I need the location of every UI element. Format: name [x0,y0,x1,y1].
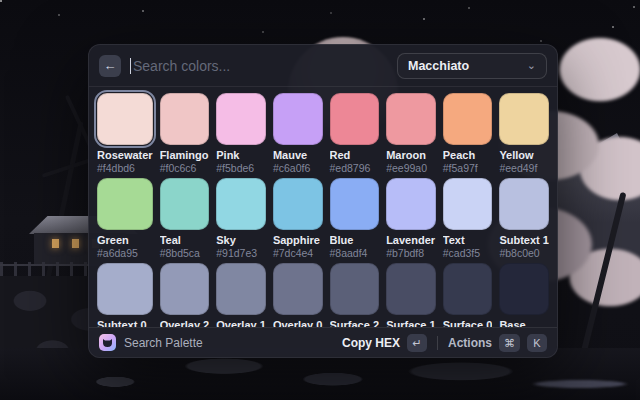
color-hex: #b7bdf8 [386,247,436,260]
color-swatch[interactable] [330,178,380,230]
color-swatch[interactable] [160,93,210,145]
color-swatch[interactable] [216,178,266,230]
color-cell[interactable]: Blue #8aadf4 [330,178,380,260]
color-swatch[interactable] [216,263,266,315]
color-palette-dialog: ← Macchiato ⌄ Rosewater #f4dbd6 Flamingo… [88,44,558,358]
color-swatch[interactable] [97,263,153,315]
text-caret [130,58,131,74]
enter-key-badge: ↵ [407,334,427,352]
color-grid: Rosewater #f4dbd6 Flamingo #f0c6c6 Pink … [97,93,549,327]
color-hex: #f0c6c6 [160,162,210,175]
color-name: Surface 2 [330,319,380,327]
color-swatch[interactable] [273,178,323,230]
color-name: Flamingo [160,149,210,162]
color-swatch[interactable] [386,178,436,230]
color-cell[interactable]: Sapphire #7dc4e4 [273,178,323,260]
color-name: Pink [216,149,266,162]
color-cell[interactable]: Overlay 1 [216,263,266,327]
color-swatch[interactable] [273,93,323,145]
color-cell[interactable]: Red #ed8796 [330,93,380,175]
color-swatch[interactable] [160,263,210,315]
color-name: Yellow [499,149,549,162]
lit-window [72,239,79,248]
cat-icon [102,338,113,348]
color-name: Red [330,149,380,162]
color-name: Lavender [386,234,436,247]
flavor-dropdown[interactable]: Macchiato ⌄ [397,53,547,79]
color-hex: #eed49f [499,162,549,175]
color-cell[interactable]: Pink #f5bde6 [216,93,266,175]
color-swatch[interactable] [386,93,436,145]
color-cell[interactable]: Base [499,263,549,327]
color-name: Blue [330,234,380,247]
color-cell[interactable]: Surface 0 [443,263,493,327]
color-cell[interactable]: Overlay 0 [273,263,323,327]
color-hex: #8aadf4 [330,247,380,260]
color-cell[interactable]: Subtext 1 #b8c0e0 [499,178,549,260]
app-label: Search Palette [124,336,203,350]
color-name: Overlay 2 [160,319,210,327]
search-input[interactable] [133,58,397,74]
color-cell[interactable]: Sky #91d7e3 [216,178,266,260]
color-name: Text [443,234,493,247]
color-name: Subtext 1 [499,234,549,247]
color-hex: #a6da95 [97,247,153,260]
color-swatch[interactable] [499,93,549,145]
color-cell[interactable]: Surface 2 [330,263,380,327]
color-cell[interactable]: Surface 1 [386,263,436,327]
color-hex: #7dc4e4 [273,247,323,260]
color-swatch[interactable] [386,263,436,315]
color-cell[interactable]: Text #cad3f5 [443,178,493,260]
actions-button[interactable]: Actions [448,336,492,350]
color-swatch[interactable] [97,178,153,230]
color-cell[interactable]: Subtext 0 [97,263,153,327]
color-cell[interactable]: Peach #f5a97f [443,93,493,175]
footer-divider [437,336,438,350]
color-swatch[interactable] [499,263,549,315]
color-swatch[interactable] [443,263,493,315]
color-swatch[interactable] [443,178,493,230]
color-name: Overlay 1 [216,319,266,327]
color-swatch[interactable] [160,178,210,230]
dialog-footer: Search Palette Copy HEX ↵ Actions ⌘ K [89,327,557,357]
color-swatch[interactable] [273,263,323,315]
lit-window [52,239,59,248]
color-cell[interactable]: Yellow #eed49f [499,93,549,175]
color-cell[interactable]: Maroon #ee99a0 [386,93,436,175]
color-name: Subtext 0 [97,319,153,327]
color-swatch[interactable] [443,93,493,145]
k-key-badge: K [527,334,547,352]
color-hex: #ed8796 [330,162,380,175]
color-cell[interactable]: Green #a6da95 [97,178,153,260]
color-name: Green [97,234,153,247]
back-button[interactable]: ← [99,55,121,77]
color-hex: #f4dbd6 [97,162,153,175]
color-swatch[interactable] [330,93,380,145]
copy-hex-button[interactable]: Copy HEX [342,336,400,350]
color-cell[interactable]: Mauve #c6a0f6 [273,93,323,175]
color-name: Overlay 0 [273,319,323,327]
color-swatch[interactable] [97,93,153,145]
color-swatch[interactable] [216,93,266,145]
color-cell[interactable]: Flamingo #f0c6c6 [160,93,210,175]
color-grid-viewport: Rosewater #f4dbd6 Flamingo #f0c6c6 Pink … [89,87,557,327]
stars [0,0,2,2]
chevron-down-icon: ⌄ [527,59,536,72]
color-cell[interactable]: Overlay 2 [160,263,210,327]
catppuccin-app-icon [99,334,116,351]
color-swatch[interactable] [330,263,380,315]
color-swatch[interactable] [499,178,549,230]
color-hex: #c6a0f6 [273,162,323,175]
color-hex: #8bd5ca [160,247,210,260]
color-cell[interactable]: Teal #8bd5ca [160,178,210,260]
color-cell[interactable]: Rosewater #f4dbd6 [97,93,153,175]
color-name: Sapphire [273,234,323,247]
color-name: Peach [443,149,493,162]
color-name: Surface 0 [443,319,493,327]
color-hex: #b8c0e0 [499,247,549,260]
color-name: Maroon [386,149,436,162]
color-hex: #cad3f5 [443,247,493,260]
color-name: Teal [160,234,210,247]
color-name: Sky [216,234,266,247]
color-cell[interactable]: Lavender #b7bdf8 [386,178,436,260]
